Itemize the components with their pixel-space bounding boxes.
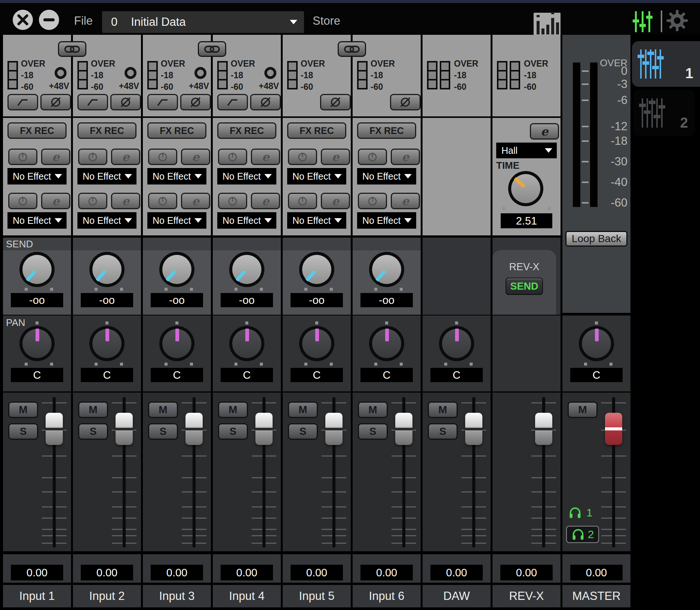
mute-button[interactable]: M — [78, 402, 108, 418]
close-button[interactable] — [12, 9, 33, 30]
pan-knob[interactable] — [19, 326, 55, 361]
fader-level-value[interactable]: 0.00 — [360, 565, 413, 580]
fx-slot-select[interactable]: No Effect — [357, 168, 416, 184]
mute-button[interactable]: M — [568, 402, 598, 418]
store-button[interactable]: Store — [313, 14, 340, 28]
fader-handle[interactable] — [605, 413, 622, 445]
fx-edit-button[interactable]: e — [251, 149, 280, 165]
hpf-button[interactable] — [7, 94, 38, 110]
fx-slot-select[interactable]: No Effect — [147, 212, 206, 229]
fx-edit-button[interactable]: e — [41, 149, 70, 165]
fader-level-value[interactable]: 0.00 — [151, 565, 203, 580]
fader-handle[interactable] — [325, 413, 343, 445]
fx-edit-button[interactable]: e — [181, 193, 210, 209]
fader-handle[interactable] — [535, 413, 552, 445]
send-knob[interactable] — [229, 252, 264, 287]
minimize-button[interactable] — [39, 9, 59, 30]
phones-2-button[interactable]: 2 — [566, 526, 599, 543]
hpf-button[interactable] — [217, 94, 248, 110]
mute-button[interactable]: M — [218, 402, 248, 418]
fx-rec-button[interactable]: FX REC — [287, 122, 346, 139]
fx-slot-select[interactable]: No Effect — [217, 168, 276, 184]
fx-on-button[interactable] — [78, 149, 107, 165]
phase-button[interactable] — [320, 94, 351, 110]
mute-button[interactable]: M — [148, 402, 178, 418]
fader-level-value[interactable]: 0.00 — [81, 565, 133, 580]
fx-edit-button[interactable]: e — [321, 193, 350, 209]
fx-on-button[interactable] — [288, 193, 317, 209]
fx-on-button[interactable] — [358, 149, 387, 165]
pan-value[interactable]: C — [81, 368, 133, 382]
mute-button[interactable]: M — [428, 402, 458, 418]
solo-button[interactable]: S — [78, 423, 108, 440]
fader-handle[interactable] — [116, 413, 133, 445]
fader-level-value[interactable]: 0.00 — [570, 565, 623, 580]
mute-button[interactable]: M — [358, 402, 388, 418]
pan-value[interactable]: C — [360, 368, 413, 382]
send-value[interactable]: -oo — [11, 293, 63, 307]
pan-value[interactable]: C — [11, 368, 63, 382]
solo-button[interactable]: S — [8, 423, 38, 440]
fx-slot-select[interactable]: No Effect — [77, 212, 136, 229]
channel-link-button[interactable] — [198, 41, 226, 57]
loopback-button[interactable]: Loop Back — [565, 231, 627, 247]
fx-edit-button[interactable]: e — [251, 193, 280, 209]
send-knob[interactable] — [299, 252, 334, 287]
fader-handle[interactable] — [255, 413, 273, 445]
meter-view-button[interactable] — [534, 13, 561, 37]
fader-handle[interactable] — [465, 413, 482, 445]
fader-handle[interactable] — [395, 413, 412, 445]
fx-edit-button[interactable]: e — [181, 149, 210, 165]
fx-slot-select[interactable]: No Effect — [147, 168, 206, 184]
send-knob[interactable] — [89, 252, 125, 287]
fx-on-button[interactable] — [78, 193, 107, 209]
fx-on-button[interactable] — [358, 193, 387, 209]
mixer-view-icon[interactable] — [635, 11, 650, 32]
solo-button[interactable]: S — [358, 423, 388, 440]
fx-slot-select[interactable]: No Effect — [287, 212, 346, 229]
fx-rec-button[interactable]: FX REC — [147, 122, 206, 139]
pan-knob[interactable] — [159, 326, 194, 361]
fx-rec-button[interactable]: FX REC — [77, 122, 136, 139]
send-value[interactable]: -oo — [81, 293, 133, 307]
channel-link-button[interactable] — [338, 41, 366, 57]
hpf-button[interactable] — [147, 94, 178, 110]
pan-knob[interactable] — [579, 326, 614, 361]
preset-select[interactable]: 0 Initial Data — [102, 11, 304, 33]
phase-button[interactable] — [250, 94, 281, 110]
fx-on-button[interactable] — [8, 193, 37, 209]
fader-level-value[interactable]: 0.00 — [221, 565, 273, 580]
fx-slot-select[interactable]: No Effect — [357, 212, 416, 229]
mute-button[interactable]: M — [8, 402, 38, 418]
fx-edit-button[interactable]: e — [391, 193, 420, 209]
fx-on-button[interactable] — [148, 149, 177, 165]
revx-send-button[interactable]: SEND — [506, 278, 543, 295]
phase-button[interactable] — [390, 94, 421, 110]
fader-handle[interactable] — [185, 413, 203, 445]
fx-slot-select[interactable]: No Effect — [287, 168, 346, 184]
pan-value[interactable]: C — [570, 368, 623, 382]
fx-rec-button[interactable]: FX REC — [217, 122, 276, 139]
fx-rec-button[interactable]: FX REC — [357, 122, 416, 139]
pan-knob[interactable] — [229, 326, 264, 361]
pan-knob[interactable] — [89, 326, 125, 361]
fx-on-button[interactable] — [288, 149, 317, 165]
pan-knob[interactable] — [299, 326, 334, 361]
phase-button[interactable] — [40, 94, 71, 110]
time-knob[interactable] — [508, 171, 543, 206]
fx-slot-select[interactable]: No Effect — [217, 212, 276, 229]
fx-slot-select[interactable]: No Effect — [7, 212, 67, 229]
fader-level-value[interactable]: 0.00 — [11, 565, 63, 580]
send-value[interactable]: -oo — [291, 293, 343, 307]
fx-edit-button[interactable]: e — [111, 193, 140, 209]
fader-level-value[interactable]: 0.00 — [430, 565, 483, 580]
fx-on-button[interactable] — [148, 193, 177, 209]
time-value[interactable]: 2.51 — [501, 213, 552, 228]
pan-value[interactable]: C — [151, 368, 203, 382]
pan-value[interactable]: C — [430, 368, 483, 382]
mute-button[interactable]: M — [288, 402, 318, 418]
solo-button[interactable]: S — [428, 423, 458, 440]
phase-button[interactable] — [180, 94, 211, 110]
tab-mixer-1[interactable]: 1 — [632, 41, 700, 87]
pan-knob[interactable] — [369, 326, 404, 361]
